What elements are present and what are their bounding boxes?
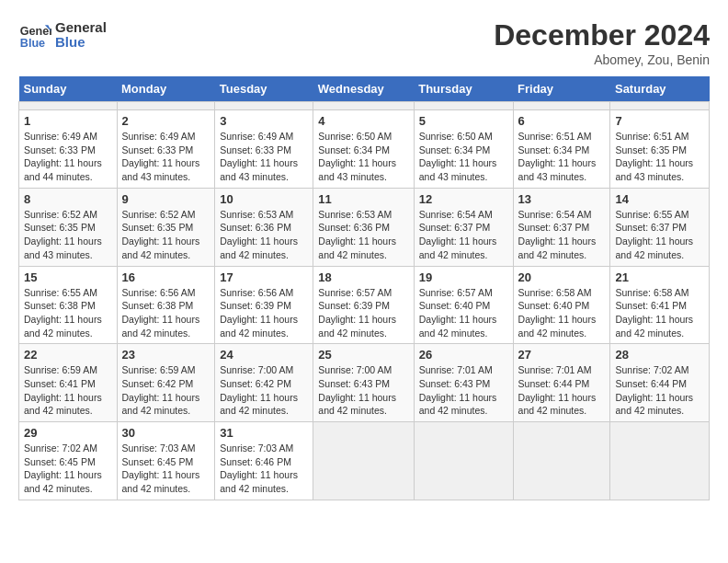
day-info: Sunrise: 6:59 AMSunset: 6:41 PMDaylight:… bbox=[24, 363, 112, 418]
day-number: 4 bbox=[318, 114, 408, 128]
day-info: Sunrise: 6:53 AMSunset: 6:36 PMDaylight:… bbox=[318, 208, 408, 262]
cell-3-4: 19Sunrise: 6:57 AMSunset: 6:40 PMDayligh… bbox=[414, 266, 513, 344]
cell-2-2: 10Sunrise: 6:53 AMSunset: 6:36 PMDayligh… bbox=[215, 188, 313, 266]
cell-5-3 bbox=[313, 422, 414, 500]
cell-0-5 bbox=[513, 102, 610, 110]
day-number: 15 bbox=[24, 270, 112, 284]
day-number: 7 bbox=[615, 114, 704, 128]
day-info: Sunrise: 6:54 AMSunset: 6:37 PMDaylight:… bbox=[419, 208, 508, 262]
week-row-5: 29Sunrise: 7:02 AMSunset: 6:45 PMDayligh… bbox=[19, 422, 710, 500]
day-info: Sunrise: 6:50 AMSunset: 6:34 PMDaylight:… bbox=[318, 130, 408, 184]
week-row-2: 8Sunrise: 6:52 AMSunset: 6:35 PMDaylight… bbox=[19, 188, 710, 266]
logo-text-blue: Blue bbox=[55, 35, 107, 51]
calendar-table: Sunday Monday Tuesday Wednesday Thursday… bbox=[18, 76, 710, 500]
day-info: Sunrise: 6:55 AMSunset: 6:38 PMDaylight:… bbox=[24, 286, 112, 340]
day-info: Sunrise: 7:01 AMSunset: 6:43 PMDaylight:… bbox=[419, 363, 508, 418]
day-info: Sunrise: 7:02 AMSunset: 6:44 PMDaylight:… bbox=[615, 363, 704, 418]
day-info: Sunrise: 6:59 AMSunset: 6:42 PMDaylight:… bbox=[122, 363, 210, 418]
day-info: Sunrise: 7:03 AMSunset: 6:46 PMDaylight:… bbox=[220, 442, 308, 496]
day-info: Sunrise: 6:52 AMSunset: 6:35 PMDaylight:… bbox=[122, 208, 210, 262]
cell-4-4: 26Sunrise: 7:01 AMSunset: 6:43 PMDayligh… bbox=[414, 344, 513, 422]
cell-2-0: 8Sunrise: 6:52 AMSunset: 6:35 PMDaylight… bbox=[19, 188, 118, 266]
cell-2-3: 11Sunrise: 6:53 AMSunset: 6:36 PMDayligh… bbox=[313, 188, 414, 266]
day-number: 14 bbox=[615, 192, 704, 206]
day-number: 23 bbox=[122, 348, 210, 362]
day-info: Sunrise: 6:57 AMSunset: 6:40 PMDaylight:… bbox=[419, 286, 508, 340]
day-number: 31 bbox=[220, 426, 308, 440]
cell-0-1 bbox=[117, 102, 215, 110]
day-number: 24 bbox=[220, 348, 308, 362]
cell-1-4: 5Sunrise: 6:50 AMSunset: 6:34 PMDaylight… bbox=[414, 110, 513, 189]
cell-5-2: 31Sunrise: 7:03 AMSunset: 6:46 PMDayligh… bbox=[215, 422, 313, 500]
day-info: Sunrise: 7:00 AMSunset: 6:43 PMDaylight:… bbox=[318, 363, 408, 418]
day-number: 28 bbox=[615, 348, 704, 362]
day-number: 11 bbox=[318, 192, 408, 206]
col-sunday: Sunday bbox=[19, 76, 118, 102]
cell-4-3: 25Sunrise: 7:00 AMSunset: 6:43 PMDayligh… bbox=[313, 344, 414, 422]
day-info: Sunrise: 6:58 AMSunset: 6:40 PMDaylight:… bbox=[518, 286, 606, 340]
day-number: 26 bbox=[419, 348, 508, 362]
day-info: Sunrise: 6:51 AMSunset: 6:35 PMDaylight:… bbox=[615, 130, 704, 184]
cell-4-5: 27Sunrise: 7:01 AMSunset: 6:44 PMDayligh… bbox=[513, 344, 610, 422]
day-number: 8 bbox=[24, 192, 112, 206]
day-info: Sunrise: 6:54 AMSunset: 6:37 PMDaylight:… bbox=[518, 208, 606, 262]
col-tuesday: Tuesday bbox=[215, 76, 313, 102]
day-number: 10 bbox=[220, 192, 308, 206]
logo: General Blue General Blue bbox=[18, 18, 107, 52]
day-number: 29 bbox=[24, 426, 112, 440]
day-number: 18 bbox=[318, 270, 408, 284]
col-saturday: Saturday bbox=[610, 76, 710, 102]
col-thursday: Thursday bbox=[414, 76, 513, 102]
day-number: 12 bbox=[419, 192, 508, 206]
logo-text-general: General bbox=[55, 20, 107, 36]
cell-1-0: 1Sunrise: 6:49 AMSunset: 6:33 PMDaylight… bbox=[19, 110, 118, 189]
cell-1-5: 6Sunrise: 6:51 AMSunset: 6:34 PMDaylight… bbox=[513, 110, 610, 189]
day-number: 21 bbox=[615, 270, 704, 284]
subtitle: Abomey, Zou, Benin bbox=[494, 52, 710, 67]
week-row-0 bbox=[19, 102, 710, 110]
day-info: Sunrise: 6:49 AMSunset: 6:33 PMDaylight:… bbox=[122, 130, 210, 184]
col-friday: Friday bbox=[513, 76, 610, 102]
logo-icon: General Blue bbox=[18, 18, 51, 52]
cell-2-4: 12Sunrise: 6:54 AMSunset: 6:37 PMDayligh… bbox=[414, 188, 513, 266]
week-row-3: 15Sunrise: 6:55 AMSunset: 6:38 PMDayligh… bbox=[19, 266, 710, 344]
day-number: 16 bbox=[122, 270, 210, 284]
cell-0-6 bbox=[610, 102, 710, 110]
cell-3-0: 15Sunrise: 6:55 AMSunset: 6:38 PMDayligh… bbox=[19, 266, 118, 344]
cell-1-3: 4Sunrise: 6:50 AMSunset: 6:34 PMDaylight… bbox=[313, 110, 414, 189]
cell-5-6 bbox=[610, 422, 710, 500]
day-number: 2 bbox=[122, 114, 210, 128]
day-info: Sunrise: 6:49 AMSunset: 6:33 PMDaylight:… bbox=[24, 130, 112, 184]
cell-3-3: 18Sunrise: 6:57 AMSunset: 6:39 PMDayligh… bbox=[313, 266, 414, 344]
header-row: Sunday Monday Tuesday Wednesday Thursday… bbox=[19, 76, 710, 102]
cell-5-1: 30Sunrise: 7:03 AMSunset: 6:45 PMDayligh… bbox=[117, 422, 215, 500]
day-info: Sunrise: 6:56 AMSunset: 6:39 PMDaylight:… bbox=[220, 286, 308, 340]
day-info: Sunrise: 6:57 AMSunset: 6:39 PMDaylight:… bbox=[318, 286, 408, 340]
day-info: Sunrise: 6:52 AMSunset: 6:35 PMDaylight:… bbox=[24, 208, 112, 262]
cell-5-0: 29Sunrise: 7:02 AMSunset: 6:45 PMDayligh… bbox=[19, 422, 118, 500]
cell-0-2 bbox=[215, 102, 313, 110]
day-number: 22 bbox=[24, 348, 112, 362]
day-info: Sunrise: 7:01 AMSunset: 6:44 PMDaylight:… bbox=[518, 363, 606, 418]
day-info: Sunrise: 6:56 AMSunset: 6:38 PMDaylight:… bbox=[122, 286, 210, 340]
day-info: Sunrise: 7:00 AMSunset: 6:42 PMDaylight:… bbox=[220, 363, 308, 418]
title-block: December 2024 Abomey, Zou, Benin bbox=[494, 18, 710, 67]
day-info: Sunrise: 6:50 AMSunset: 6:34 PMDaylight:… bbox=[419, 130, 508, 184]
day-info: Sunrise: 6:49 AMSunset: 6:33 PMDaylight:… bbox=[220, 130, 308, 184]
day-number: 3 bbox=[220, 114, 308, 128]
day-number: 17 bbox=[220, 270, 308, 284]
day-info: Sunrise: 7:02 AMSunset: 6:45 PMDaylight:… bbox=[24, 442, 112, 496]
page-header: General Blue General Blue December 2024 … bbox=[18, 18, 710, 67]
cell-5-5 bbox=[513, 422, 610, 500]
cell-0-0 bbox=[19, 102, 118, 110]
cell-3-2: 17Sunrise: 6:56 AMSunset: 6:39 PMDayligh… bbox=[215, 266, 313, 344]
cell-4-6: 28Sunrise: 7:02 AMSunset: 6:44 PMDayligh… bbox=[610, 344, 710, 422]
day-number: 1 bbox=[24, 114, 112, 128]
day-number: 9 bbox=[122, 192, 210, 206]
day-number: 27 bbox=[518, 348, 606, 362]
day-info: Sunrise: 6:58 AMSunset: 6:41 PMDaylight:… bbox=[615, 286, 704, 340]
day-info: Sunrise: 6:53 AMSunset: 6:36 PMDaylight:… bbox=[220, 208, 308, 262]
day-number: 13 bbox=[518, 192, 606, 206]
week-row-4: 22Sunrise: 6:59 AMSunset: 6:41 PMDayligh… bbox=[19, 344, 710, 422]
col-wednesday: Wednesday bbox=[313, 76, 414, 102]
